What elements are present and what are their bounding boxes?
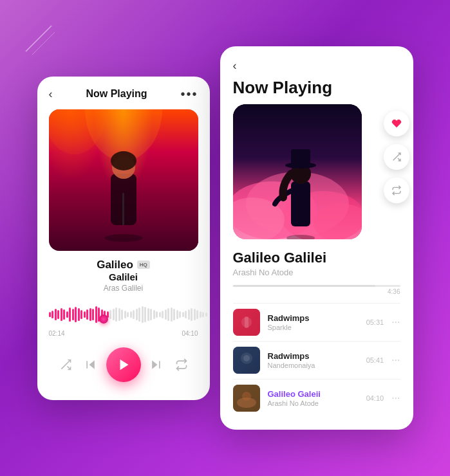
track-sub-3: Arashi No Atode — [268, 399, 359, 407]
track-item-3[interactable]: Galileo Galeii Arashi No Atode 04:10 ··· — [220, 380, 413, 417]
shuffle-button[interactable] — [55, 354, 76, 375]
track-item[interactable]: Radwimps Sparkle 05:31 ··· — [220, 304, 413, 341]
repeat-button[interactable] — [171, 354, 192, 375]
right-song-title: Galileo Galilei — [233, 250, 400, 266]
track-info-2: Radwimps Nandemonaiya — [268, 351, 359, 369]
svg-line-0 — [26, 26, 52, 51]
track-duration-1: 05:31 — [366, 318, 384, 326]
track-name-2: Radwimps — [268, 351, 359, 361]
left-back-button[interactable]: ‹ — [49, 87, 53, 101]
svg-rect-23 — [291, 181, 310, 226]
track-sub-1: Sparkle — [268, 324, 359, 331]
track-item-2[interactable]: Radwimps Nandemonaiya 05:41 ··· — [220, 342, 413, 379]
controls — [37, 337, 210, 382]
svg-rect-7 — [122, 193, 124, 225]
track-name-3: Galileo Galeii — [268, 389, 359, 399]
total-time: 04:10 — [182, 330, 198, 337]
right-card: ‹ Now Playing — [220, 46, 413, 430]
right-back-button[interactable]: ‹ — [233, 59, 237, 73]
left-card: ‹ Now Playing ••• — [37, 77, 210, 400]
smoke-scene — [233, 104, 362, 239]
track-thumb-3 — [233, 385, 260, 412]
right-artist: Arashi No Atode — [233, 268, 400, 277]
track-thumb-2 — [233, 347, 260, 374]
left-artist: Aras Galilei — [37, 284, 210, 293]
left-song-subtitle-row: Galilei — [37, 271, 210, 282]
right-album-wrapper — [233, 104, 400, 239]
track-more-3[interactable]: ··· — [391, 392, 400, 404]
left-now-playing-title: Now Playing — [86, 88, 147, 100]
track-more-1[interactable]: ··· — [391, 316, 400, 328]
right-shuffle-button[interactable] — [384, 144, 409, 170]
track-thumb-1 — [233, 309, 260, 336]
left-header: ‹ Now Playing ••• — [37, 77, 210, 109]
left-album-art — [49, 109, 198, 251]
app-container: ‹ Now Playing ••• — [37, 46, 413, 430]
svg-point-4 — [104, 234, 143, 242]
svg-point-8 — [111, 151, 136, 170]
concert-scene — [49, 109, 198, 251]
track-info-3: Galileo Galeii Arashi No Atode — [268, 389, 359, 407]
right-song-info: Galileo Galilei Arashi No Atode — [233, 250, 400, 277]
hq-badge: HQ — [137, 261, 150, 269]
svg-line-1 — [32, 32, 55, 55]
left-song-subtitle: Galilei — [109, 271, 138, 282]
track-info-1: Radwimps Sparkle — [268, 313, 359, 331]
left-song-title-row: Galileo HQ — [37, 259, 210, 271]
svg-marker-11 — [89, 360, 95, 369]
time-row: 02:14 04:10 — [49, 330, 198, 337]
waveform[interactable]: 02:14 04:10 — [49, 302, 198, 337]
svg-point-37 — [242, 392, 251, 401]
current-time: 02:14 — [49, 330, 65, 337]
svg-marker-13 — [120, 359, 129, 370]
deco-lines — [19, 19, 58, 60]
prev-button[interactable] — [80, 354, 101, 375]
track-duration-2: 05:41 — [366, 356, 384, 364]
heart-button[interactable] — [384, 111, 409, 136]
right-progress[interactable]: 4:36 — [233, 285, 400, 295]
svg-rect-31 — [245, 316, 248, 328]
track-list: Radwimps Sparkle 05:31 ··· Radwimps — [220, 303, 413, 417]
side-actions — [384, 111, 409, 203]
play-button[interactable] — [106, 347, 141, 382]
right-header: ‹ — [220, 46, 413, 78]
track-sub-2: Nandemonaiya — [268, 362, 359, 369]
waveform-thumb[interactable] — [99, 315, 108, 324]
right-album-art — [233, 104, 362, 239]
svg-point-34 — [243, 355, 250, 362]
progress-fill — [233, 285, 375, 287]
track-more-2[interactable]: ··· — [391, 354, 400, 366]
track-name-1: Radwimps — [268, 313, 359, 323]
progress-bg — [233, 285, 400, 287]
left-song-info: Galileo HQ Galilei Aras Galilei — [37, 259, 210, 293]
left-more-button[interactable]: ••• — [180, 87, 198, 102]
track-duration-3: 04:10 — [366, 394, 384, 402]
left-song-title: Galileo — [97, 259, 133, 271]
svg-marker-14 — [152, 360, 157, 369]
svg-rect-26 — [291, 149, 310, 166]
right-now-playing-title: Now Playing — [233, 78, 400, 98]
progress-time: 4:36 — [233, 288, 400, 295]
next-button[interactable] — [145, 354, 166, 375]
waveform-bars — [49, 302, 198, 327]
right-repeat-button[interactable] — [384, 178, 409, 203]
